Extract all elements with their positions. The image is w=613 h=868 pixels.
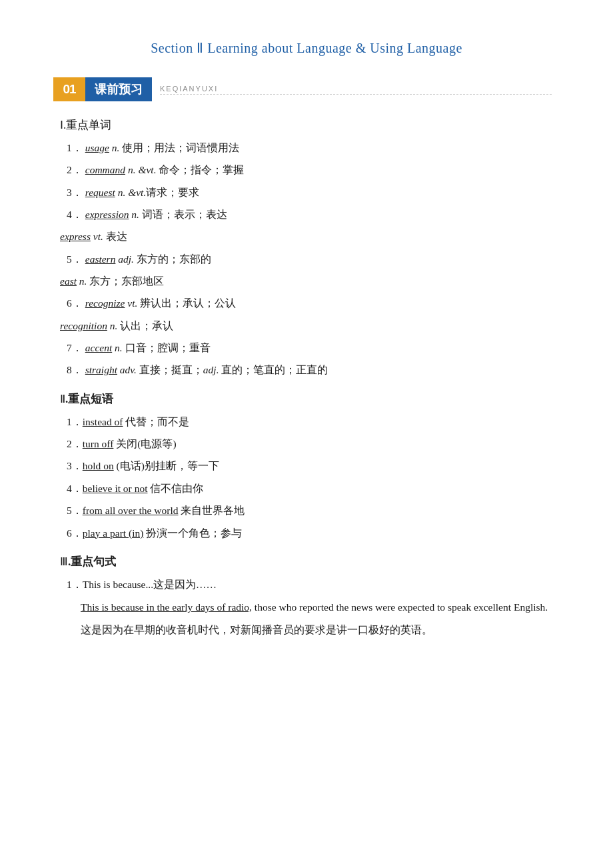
vocab-meaning-east: 东方；东部地区	[87, 275, 164, 287]
section-title-en-line: KEQIANYUXI	[152, 77, 560, 101]
phrase-num-2: 2．	[67, 438, 83, 449]
roman-heading-1: Ⅰ.重点单词	[60, 117, 560, 133]
vocab-item-express: express vt. 表达	[60, 228, 560, 245]
section-title-cn: 课前预习	[85, 77, 152, 101]
vocab-num-7: 7．	[67, 342, 83, 353]
vocab-num-8: 8．	[67, 364, 83, 375]
vocab-meaning-6: 辨认出；承认；公认	[137, 297, 236, 309]
content-body: Ⅰ.重点单词 1．usage n. 使用；用法；词语惯用法 2．command …	[53, 117, 560, 639]
vocab-word-5: eastern	[85, 253, 116, 265]
phrase-item-6: 6．play a part (in) 扮演一个角色；参与	[60, 525, 560, 542]
sentence-example-1-cn: 这是因为在早期的收音机时代，对新闻播音员的要求是讲一口极好的英语。	[60, 621, 560, 639]
phrase-num-1: 1．	[67, 416, 83, 427]
vocab-num-5: 5．	[67, 253, 83, 265]
vocab-item-east: east n. 东方；东部地区	[60, 273, 560, 290]
vocab-meaning-8b: 直的；笔直的；正直的	[219, 364, 328, 375]
vocab-meaning-5: 东方的；东部的	[134, 253, 211, 265]
phrase-item-4: 4．believe it or not 信不信由你	[60, 480, 560, 497]
vocab-pos-6: vt.	[127, 297, 137, 309]
phrase-num-4: 4．	[67, 483, 83, 494]
vocab-word-4: expression	[85, 209, 129, 220]
vocab-item-7: 7．accent n. 口音；腔调；重音	[60, 339, 560, 357]
page-title: Section Ⅱ Learning about Language & Usin…	[53, 40, 560, 56]
sentence-text-1: This is because...这是因为……	[83, 579, 217, 590]
vocab-meaning-4: 词语；表示；表达	[139, 209, 227, 220]
vocab-word-east: east	[60, 275, 77, 287]
phrase-word-3: hold on	[83, 460, 114, 471]
sentence-num-1: 1．	[67, 579, 83, 590]
phrase-meaning-5: 来自世界各地	[179, 505, 245, 516]
roman-heading-text-1: .重点单词	[63, 119, 111, 131]
phrase-item-1: 1．instead of 代替；而不是	[60, 413, 560, 431]
vocab-meaning-recognition: 认出；承认	[117, 320, 173, 331]
phrase-item-2: 2．turn off 关闭(电源等)	[60, 435, 560, 453]
sentence-cn-text: 这是因为在早期的收音机时代，对新闻播音员的要求是讲一口极好的英语。	[81, 624, 432, 635]
vocab-item-6: 6．recognize vt. 辨认出；承认；公认	[60, 295, 560, 312]
roman-heading-3: Ⅲ.重点句式	[60, 554, 560, 569]
sentence-rest-part: those who reported the news were expecte…	[252, 601, 548, 613]
vocab-num-2: 2．	[67, 164, 83, 175]
section-badge: 01	[53, 77, 85, 101]
vocab-pos-1: n.	[112, 142, 120, 153]
roman-numeral-2: Ⅱ	[60, 393, 65, 405]
vocab-meaning-7: 口音；腔调；重音	[123, 342, 211, 353]
phrase-meaning-4: 信不信由你	[147, 483, 203, 494]
vocab-word-6: recognize	[85, 297, 125, 309]
vocab-pos-8b: adj.	[203, 364, 219, 375]
phrase-num-3: 3．	[67, 460, 83, 471]
vocab-pos-4: n.	[131, 209, 139, 220]
roman-heading-text-2: .重点短语	[65, 393, 113, 405]
phrase-item-5: 5．from all over the world 来自世界各地	[60, 502, 560, 519]
sentence-example-1-en: This is because in the early days of rad…	[60, 598, 560, 617]
vocab-num-6: 6．	[67, 297, 83, 309]
phrase-meaning-6: 扮演一个角色；参与	[143, 527, 242, 539]
vocab-pos-recognition: n.	[110, 320, 118, 331]
section-title-en: KEQIANYUXI	[160, 85, 552, 95]
vocab-pos-5: adj.	[118, 253, 134, 265]
vocab-word-7: accent	[85, 342, 112, 353]
vocab-num-4: 4．	[67, 209, 83, 220]
vocab-num-3: 3．	[67, 187, 83, 198]
vocab-item-2: 2．command n. &vt. 命令；指令；掌握	[60, 161, 560, 179]
roman-numeral-3: Ⅲ	[60, 555, 68, 568]
sentence-underline-part: This is because in the early days of rad…	[81, 601, 252, 613]
vocab-pos-3: n. &vt.	[118, 187, 147, 198]
phrase-meaning-1: 代替；而不是	[123, 416, 189, 427]
phrase-num-5: 5．	[67, 505, 83, 516]
roman-heading-text-3: .重点句式	[68, 555, 116, 568]
vocab-pos-7: n.	[115, 342, 123, 353]
phrase-item-3: 3．hold on (电话)别挂断，等一下	[60, 457, 560, 475]
phrase-word-6: play a part (in)	[83, 527, 144, 539]
phrase-num-6: 6．	[67, 527, 83, 539]
vocab-meaning-8a: 直接；挺直；	[137, 364, 203, 375]
section-header: 01 课前预习 KEQIANYUXI	[53, 77, 560, 101]
sentence-item-1-label: 1．This is because...这是因为……	[60, 576, 560, 593]
vocab-word-express: express	[60, 231, 91, 242]
vocab-item-recognition: recognition n. 认出；承认	[60, 317, 560, 335]
vocab-pos-east: n.	[79, 275, 87, 287]
phrase-meaning-2: 关闭(电源等)	[113, 438, 176, 449]
vocab-item-8: 8．straight adv. 直接；挺直；adj. 直的；笔直的；正直的	[60, 361, 560, 379]
vocab-meaning-3: 请求；要求	[146, 187, 199, 198]
vocab-word-2: command	[85, 164, 125, 175]
vocab-num-1: 1．	[67, 142, 83, 153]
badge-number: 01	[63, 82, 75, 97]
phrase-meaning-3: (电话)别挂断，等一下	[114, 460, 219, 471]
vocab-item-4: 4．expression n. 词语；表示；表达	[60, 206, 560, 223]
vocab-meaning-2: 命令；指令；掌握	[157, 164, 245, 175]
roman-heading-2: Ⅱ.重点短语	[60, 391, 560, 407]
vocab-item-1: 1．usage n. 使用；用法；词语惯用法	[60, 139, 560, 157]
vocab-item-3: 3．request n. &vt.请求；要求	[60, 184, 560, 201]
phrase-word-2: turn off	[83, 438, 114, 449]
phrase-word-4: believe it or not	[83, 483, 148, 494]
vocab-meaning-express: 表达	[103, 231, 127, 242]
vocab-pos-8a: adv.	[120, 364, 137, 375]
phrase-word-5: from all over the world	[83, 505, 179, 516]
phrase-word-1: instead of	[83, 416, 123, 427]
vocab-word-8: straight	[85, 364, 117, 375]
vocab-pos-2: n. &vt.	[128, 164, 157, 175]
vocab-pos-express: vt.	[93, 231, 103, 242]
vocab-word-1: usage	[85, 142, 109, 153]
vocab-word-3: request	[85, 187, 115, 198]
vocab-meaning-1: 使用；用法；词语惯用法	[119, 142, 239, 153]
